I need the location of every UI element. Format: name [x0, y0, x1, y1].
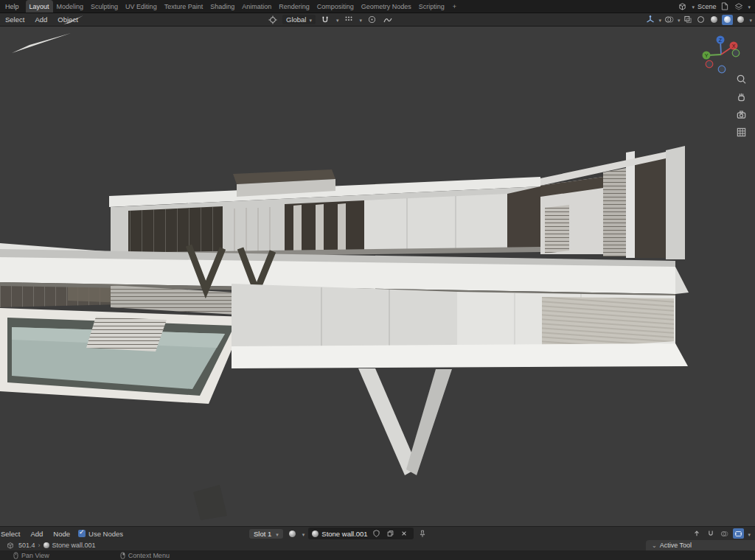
tab-layout[interactable]: Layout	[26, 0, 53, 13]
shader-editor-strip: 501.4 Stone wall.001 Active Tool	[0, 540, 755, 550]
tab-compositing[interactable]: Compositing	[313, 0, 358, 13]
snap-magnet-icon[interactable]	[320, 15, 331, 25]
topbar: Help Layout Modeling Sculpting UV Editin…	[0, 0, 755, 13]
transform-pivot-icon[interactable]	[267, 15, 278, 25]
svg-text:Z: Z	[719, 38, 723, 43]
viewport-header: Select Add Object Global	[0, 13, 755, 27]
shader-menu-node[interactable]: Node	[48, 530, 75, 538]
house-model	[0, 27, 755, 526]
gizmo-axis-x-negative	[706, 60, 713, 68]
tab-texture-paint[interactable]: Texture Paint	[161, 0, 207, 13]
shader-editor-header: Select Add Node Use Nodes Slot 1 Stone w…	[0, 526, 755, 540]
workspace-tabs: Layout Modeling Sculpting UV Editing Tex…	[26, 0, 462, 13]
use-nodes-checkbox[interactable]	[78, 530, 86, 537]
camera-view-icon[interactable]	[734, 108, 748, 121]
slot-value: Slot 1	[254, 530, 271, 538]
tab-sculpting[interactable]: Sculpting	[87, 0, 122, 13]
add-workspace-button[interactable]: +	[448, 0, 461, 13]
new-scene-icon[interactable]	[719, 1, 730, 12]
unlink-material-icon[interactable]	[399, 528, 410, 539]
blender-window: Help Layout Modeling Sculpting UV Editin…	[0, 0, 755, 560]
shading-solid-icon[interactable]	[709, 15, 720, 25]
tab-animation[interactable]: Animation	[238, 0, 275, 13]
status-bar: Pan View Context Menu	[0, 550, 755, 560]
parent-node-tree-icon[interactable]	[691, 528, 702, 539]
hint-pan-label: Pan View	[21, 552, 49, 559]
gizmo-options-chevron-icon[interactable]	[658, 15, 661, 24]
menu-help[interactable]: Help	[0, 3, 24, 10]
editor-corner-artifact	[63, 15, 84, 27]
3d-viewport[interactable]: Z X Y	[0, 27, 755, 526]
hint-context-menu: Context Menu	[120, 552, 170, 559]
use-nodes-toggle[interactable]: Use Nodes	[78, 530, 123, 538]
pan-hand-icon[interactable]	[734, 90, 748, 103]
object-data-icon	[4, 540, 15, 550]
shading-wireframe-icon[interactable]	[695, 15, 706, 25]
gizmo-axis-y-negative	[732, 49, 740, 57]
scene-icon	[677, 1, 688, 12]
browse-material-icon[interactable]	[287, 528, 298, 539]
tab-scripting[interactable]: Scripting	[415, 0, 448, 13]
svg-text:Y: Y	[705, 53, 709, 58]
active-tool-label: Active Tool	[660, 542, 692, 549]
material-name-value[interactable]: Stone wall.001	[321, 530, 367, 538]
menu-select[interactable]: Select	[0, 15, 29, 24]
orientation-value: Global	[286, 15, 306, 24]
shading-options-chevron-icon[interactable]	[748, 15, 752, 24]
show-gizmo-icon[interactable]	[644, 15, 655, 25]
snapping-icon[interactable]	[705, 528, 716, 539]
show-overlays-icon[interactable]	[664, 15, 675, 25]
active-tool-panel-header[interactable]: Active Tool	[646, 540, 755, 550]
gizmo-axis-z-negative	[718, 66, 726, 73]
overlay-toggle-icon[interactable]	[719, 528, 730, 539]
orientation-dropdown[interactable]: Global	[282, 15, 316, 24]
perspective-grid-icon[interactable]	[734, 125, 748, 139]
node-options-icon[interactable]	[733, 528, 744, 539]
node-options-chevron-icon[interactable]	[747, 530, 751, 538]
tab-rendering[interactable]: Rendering	[275, 0, 313, 13]
breadcrumb-object-name[interactable]: 501.4	[18, 542, 35, 549]
shader-menu-add[interactable]: Add	[25, 530, 48, 538]
hint-pan-view: Pan View	[13, 552, 49, 559]
browse-material-chevron-icon[interactable]	[302, 530, 305, 538]
breadcrumb-material-icon	[44, 542, 49, 548]
material-slot-dropdown[interactable]: Slot 1	[249, 529, 283, 539]
panel-collapse-chevron-icon[interactable]	[652, 542, 657, 549]
mouse-icon	[13, 552, 18, 559]
breadcrumb-separator	[38, 542, 41, 549]
tab-modeling[interactable]: Modeling	[53, 0, 88, 13]
material-name-field[interactable]: Stone wall.001	[308, 528, 413, 539]
proportional-editing-icon[interactable]	[366, 15, 378, 25]
breadcrumb-material-name[interactable]: Stone wall.001	[52, 542, 96, 549]
duplicate-material-icon[interactable]	[385, 528, 396, 539]
shading-rendered-icon[interactable]	[735, 15, 746, 25]
scene-selector: Scene	[677, 1, 755, 12]
xray-toggle-icon[interactable]	[682, 15, 693, 25]
breadcrumb: 501.4 Stone wall.001	[0, 540, 96, 550]
shading-material-preview-icon[interactable]	[722, 15, 733, 25]
view-layer-icon[interactable]	[733, 1, 744, 12]
zoom-icon[interactable]	[734, 72, 748, 85]
navigation-gizmo[interactable]: Z X Y	[697, 31, 745, 78]
snap-elements-icon[interactable]	[344, 15, 355, 25]
menu-add[interactable]: Add	[29, 15, 52, 24]
material-sphere-icon	[312, 531, 319, 537]
tab-shading[interactable]: Shading	[206, 0, 238, 13]
fake-user-shield-icon[interactable]	[371, 528, 382, 539]
tab-geometry-nodes[interactable]: Geometry Nodes	[358, 0, 415, 13]
mouse-icon	[120, 552, 125, 559]
svg-text:X: X	[732, 43, 736, 49]
scene-name[interactable]: Scene	[697, 3, 717, 10]
pin-icon[interactable]	[417, 528, 428, 539]
snap-elements-chevron-icon[interactable]	[359, 15, 363, 24]
viewport-nav-controls	[734, 72, 748, 139]
snap-options-chevron-icon[interactable]	[335, 15, 339, 24]
use-nodes-label: Use Nodes	[88, 530, 123, 538]
shader-menu-select[interactable]: Select	[0, 530, 25, 538]
scene-browse-chevron-icon[interactable]	[691, 3, 695, 10]
tab-uv-editing[interactable]: UV Editing	[122, 0, 161, 13]
proportional-falloff-icon[interactable]	[382, 15, 393, 25]
overlays-chevron-icon[interactable]	[677, 15, 681, 24]
hint-context-label: Context Menu	[128, 552, 170, 559]
view-layer-chevron-icon[interactable]	[747, 3, 751, 10]
